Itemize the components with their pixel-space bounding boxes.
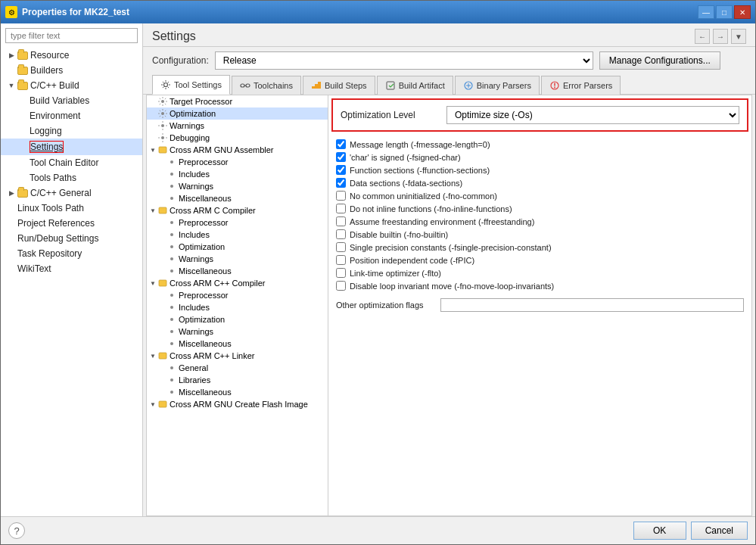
other-flags-input[interactable] bbox=[440, 298, 744, 312]
tab-build-artifact[interactable]: Build Artifact bbox=[377, 76, 453, 95]
sidebar-item-resource[interactable]: ▶ Resource bbox=[1, 48, 142, 63]
svg-point-17 bbox=[170, 185, 173, 188]
checkbox-no-builtin-input[interactable] bbox=[336, 229, 346, 239]
checkbox-function-sections-label: Function sections (-ffunction-sections) bbox=[350, 166, 490, 175]
config-select[interactable]: Release bbox=[215, 51, 593, 70]
tab-label: Build Artifact bbox=[399, 81, 445, 90]
ct-item-c-miscellaneous[interactable]: Miscellaneous bbox=[147, 265, 328, 277]
other-flags-row: Other optimization flags bbox=[328, 295, 751, 315]
ct-label: Preprocessor bbox=[179, 291, 228, 300]
ct-item-cpp-includes[interactable]: Includes bbox=[147, 301, 328, 313]
filter-input[interactable] bbox=[5, 28, 138, 43]
ct-item-c-preprocessor[interactable]: Preprocessor bbox=[147, 216, 328, 229]
checkbox-function-sections-input[interactable] bbox=[336, 165, 346, 175]
ct-item-linker-miscellaneous[interactable]: Miscellaneous bbox=[147, 386, 328, 398]
ct-item-cross-arm-gnu-assembler[interactable]: ▼ Cross ARM GNU Assembler bbox=[147, 144, 328, 156]
ct-item-optimization[interactable]: Optimization bbox=[147, 107, 328, 120]
checkbox-pic-label: Position independent code (-fPIC) bbox=[350, 256, 474, 265]
ct-item-target-processor[interactable]: Target Processor bbox=[147, 95, 328, 107]
ct-item-asm-preprocessor[interactable]: Preprocessor bbox=[147, 156, 328, 168]
sidebar-item-run-debug[interactable]: Run/Debug Settings bbox=[1, 231, 142, 246]
group-icon bbox=[158, 279, 167, 288]
sidebar-item-linux-tools-path[interactable]: Linux Tools Path bbox=[1, 201, 142, 216]
gear-icon bbox=[167, 315, 176, 324]
group-icon bbox=[158, 400, 167, 409]
checkbox-list: Message length (-fmessage-length=0) 'cha… bbox=[328, 135, 751, 295]
checkbox-char-signed-input[interactable] bbox=[336, 152, 346, 162]
dropdown-button[interactable]: ▼ bbox=[731, 29, 746, 44]
tab-binary-parsers[interactable]: Binary Parsers bbox=[455, 76, 540, 95]
sidebar-item-environment[interactable]: Environment bbox=[1, 108, 142, 123]
svg-rect-4 bbox=[312, 86, 315, 89]
back-button[interactable]: ← bbox=[695, 29, 710, 44]
ct-item-asm-miscellaneous[interactable]: Miscellaneous bbox=[147, 192, 328, 204]
ct-item-c-warnings[interactable]: Warnings bbox=[147, 253, 328, 265]
sidebar-item-build-variables[interactable]: Build Variables bbox=[1, 93, 142, 108]
sidebar-item-settings[interactable]: Settings bbox=[1, 139, 142, 155]
manage-configurations-button[interactable]: Manage Configurations... bbox=[599, 51, 720, 70]
checkbox-pic-input[interactable] bbox=[336, 255, 346, 265]
sidebar-item-cpp-general[interactable]: ▶ C/C++ General bbox=[1, 185, 142, 201]
checkbox-no-common-input[interactable] bbox=[336, 191, 346, 201]
svg-point-21 bbox=[170, 233, 173, 236]
sidebar-item-project-references[interactable]: Project References bbox=[1, 216, 142, 231]
checkbox-msg-length-input[interactable] bbox=[336, 139, 346, 149]
close-button[interactable]: ✕ bbox=[734, 5, 751, 19]
tab-tool-settings[interactable]: Tool Settings bbox=[152, 75, 230, 95]
tab-error-parsers[interactable]: Error Parsers bbox=[541, 76, 621, 95]
svg-rect-6 bbox=[318, 82, 321, 89]
window-title: Properties for MK22_test bbox=[22, 7, 129, 17]
checkbox-msg-length: Message length (-fmessage-length=0) bbox=[336, 138, 744, 151]
checkbox-lto-input[interactable] bbox=[336, 268, 346, 278]
ct-item-cpp-optimization[interactable]: Optimization bbox=[147, 313, 328, 325]
svg-point-22 bbox=[170, 245, 173, 248]
ct-item-cpp-miscellaneous[interactable]: Miscellaneous bbox=[147, 338, 328, 350]
ct-item-cross-arm-gnu-flash[interactable]: ▼ Cross ARM GNU Create Flash Image bbox=[147, 398, 328, 410]
ct-item-asm-warnings[interactable]: Warnings bbox=[147, 180, 328, 192]
sidebar-item-tools-paths[interactable]: Tools Paths bbox=[1, 170, 142, 185]
sidebar-item-tool-chain-editor[interactable]: Tool Chain Editor bbox=[1, 155, 142, 170]
sidebar-item-label: WikiText bbox=[17, 263, 51, 274]
sidebar-item-cpp-build[interactable]: ▼ C/C++ Build bbox=[1, 78, 142, 93]
gear-icon bbox=[167, 242, 176, 251]
ct-item-c-optimization[interactable]: Optimization bbox=[147, 241, 328, 253]
tree-arrow bbox=[19, 96, 28, 105]
minimize-button[interactable]: — bbox=[698, 5, 714, 19]
sidebar-item-task-repository[interactable]: Task Repository bbox=[1, 246, 142, 261]
ct-item-c-includes[interactable]: Includes bbox=[147, 229, 328, 241]
cancel-button[interactable]: Cancel bbox=[691, 522, 748, 540]
checkbox-freestanding-input[interactable] bbox=[336, 216, 346, 226]
ct-label: Optimization bbox=[179, 242, 225, 251]
optimization-level-select[interactable]: Optimize size (-Os) None (-O0) Optimize … bbox=[446, 106, 739, 124]
ct-item-linker-libraries[interactable]: Libraries bbox=[147, 374, 328, 386]
ct-item-warnings[interactable]: Warnings bbox=[147, 120, 328, 132]
ct-item-cpp-preprocessor[interactable]: Preprocessor bbox=[147, 289, 328, 301]
ok-button[interactable]: OK bbox=[633, 522, 686, 540]
sidebar-item-label: Project References bbox=[17, 218, 95, 229]
ct-label: Cross ARM C++ Compiler bbox=[170, 279, 266, 288]
checkbox-data-sections-input[interactable] bbox=[336, 178, 346, 188]
checkbox-no-inline-input[interactable] bbox=[336, 204, 346, 213]
ct-item-cpp-warnings[interactable]: Warnings bbox=[147, 325, 328, 338]
maximize-button[interactable]: □ bbox=[716, 5, 733, 19]
svg-rect-25 bbox=[159, 280, 166, 286]
ct-item-cross-arm-cpp-linker[interactable]: ▼ Cross ARM C++ Linker bbox=[147, 350, 328, 362]
forward-button[interactable]: → bbox=[713, 29, 728, 44]
sidebar-item-logging[interactable]: Logging bbox=[1, 123, 142, 139]
ct-item-linker-general[interactable]: General bbox=[147, 362, 328, 374]
help-button[interactable]: ? bbox=[8, 522, 25, 539]
tab-build-steps[interactable]: Build Steps bbox=[303, 76, 375, 95]
ct-label: Includes bbox=[179, 170, 210, 179]
ct-item-asm-includes[interactable]: Includes bbox=[147, 168, 328, 180]
ct-item-debugging[interactable]: Debugging bbox=[147, 132, 328, 144]
checkbox-single-precision-input[interactable] bbox=[336, 242, 346, 252]
sidebar-item-label: Task Repository bbox=[17, 248, 82, 259]
ct-item-cross-arm-cpp-compiler[interactable]: ▼ Cross ARM C++ Compiler bbox=[147, 277, 328, 289]
checkbox-no-loop-invariant-input[interactable] bbox=[336, 281, 346, 291]
tab-toolchains[interactable]: Toolchains bbox=[232, 76, 301, 95]
sidebar-item-wikitext[interactable]: WikiText bbox=[1, 261, 142, 276]
ct-item-cross-arm-c-compiler[interactable]: ▼ Cross ARM C Compiler bbox=[147, 204, 328, 216]
ct-label: Cross ARM C++ Linker bbox=[170, 351, 254, 360]
ct-label: Includes bbox=[179, 303, 210, 312]
sidebar-item-builders[interactable]: Builders bbox=[1, 63, 142, 78]
